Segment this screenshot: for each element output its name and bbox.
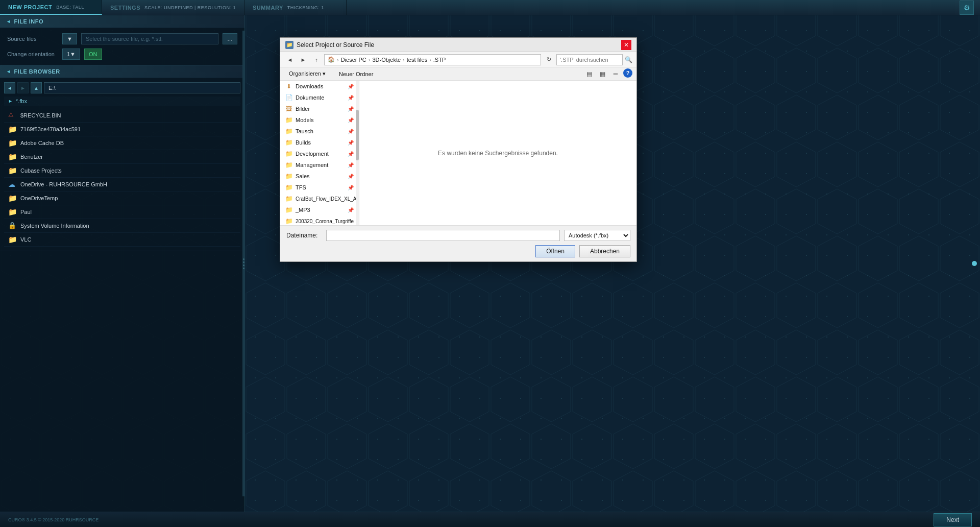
view-grid-btn[interactable]: ▦ [597, 68, 608, 80]
dialog-icon: 📁 [285, 41, 293, 49]
pin-icon: 📌 [348, 185, 354, 190]
dialog-filename-row: Dateiname: Autodesk (*.fbx) All Files (*… [286, 230, 630, 241]
sidebar-scrollthumb [356, 110, 359, 160]
path-sep-2: › [369, 57, 371, 63]
dialog-toolbar: ◄ ► ↑ 🏠 › Dieser PC › 3D-Objekte › test … [280, 52, 636, 67]
organize-label: Organisieren ▾ [289, 70, 326, 77]
builds-icon: 📁 [285, 139, 292, 146]
path-sep-3: › [403, 57, 405, 63]
dialog-subbar: Organisieren ▾ Neuer Ordner ▤ ▦ ═ ? [280, 67, 636, 81]
sidebar-item-sales[interactable]: 📁 Sales 📌 [280, 171, 359, 182]
models-icon: 📁 [285, 116, 292, 124]
bilder-icon: 🖼 [285, 105, 292, 112]
sidebar-item-tausch[interactable]: 📁 Tausch 📌 [280, 126, 359, 137]
dialog-refresh-btn[interactable]: ↻ [543, 54, 554, 65]
path-part-1[interactable]: Dieser PC [341, 57, 366, 63]
path-home-icon: 🏠 [328, 56, 335, 63]
management-icon: 📁 [285, 161, 292, 169]
sidebar-label-builds: Builds [296, 139, 311, 146]
view-list-btn[interactable]: ▤ [583, 68, 595, 80]
sidebar-scrollbar[interactable] [356, 81, 359, 225]
path-sep: › [337, 57, 339, 63]
dialog-titlebar: 📁 Select Project or Source File ✕ [280, 38, 636, 52]
dialog-forward-btn[interactable]: ► [298, 54, 309, 65]
pin-icon: 📌 [348, 207, 354, 213]
open-btn[interactable]: Öffnen [535, 245, 575, 257]
dialog-search-input[interactable] [556, 54, 623, 65]
sidebar-label-corona: 200320_Corona_Turgriffe [296, 219, 354, 224]
pin-icon: 📌 [348, 140, 354, 146]
cancel-btn[interactable]: Abbrechen [579, 245, 630, 257]
path-part-4[interactable]: .STP [433, 57, 446, 63]
sidebar-label-tfs: TFS [296, 184, 306, 190]
sidebar-item-tfs[interactable]: 📁 TFS 📌 [280, 182, 359, 193]
sidebar-item-bilder[interactable]: 🖼 Bilder 📌 [280, 103, 359, 114]
downloads-icon: ⬇ [285, 83, 292, 90]
mp3-icon: 📁 [285, 206, 292, 213]
sales-icon: 📁 [285, 173, 292, 180]
dialog-body: ⬇ Downloads 📌 📄 Dokumente 📌 🖼 Bilder 📌 📁 [280, 81, 636, 225]
sidebar-item-corona[interactable]: 📁 200320_Corona_Turgriffe 📌 [280, 215, 359, 225]
pin-icon: 📌 [348, 129, 354, 134]
sidebar-item-development[interactable]: 📁 Development 📌 [280, 148, 359, 159]
sidebar-label-management: Management [296, 162, 328, 168]
view-detail-btn[interactable]: ═ [610, 68, 621, 80]
sidebar-label-crafbot: CrafBot_Flow_IDEX_XL_AME [296, 196, 359, 202]
new-folder-btn[interactable]: Neuer Ordner [334, 69, 378, 79]
pin-icon: 📌 [348, 174, 354, 179]
filename-label: Dateiname: [286, 232, 322, 239]
tfs-icon: 📁 [285, 184, 292, 191]
sidebar-label-dokumente: Dokumente [296, 94, 324, 101]
dialog-subbar-right: ▤ ▦ ═ ? [583, 68, 632, 80]
sidebar-label-development: Development [296, 151, 329, 157]
sidebar-item-builds[interactable]: 📁 Builds 📌 [280, 137, 359, 148]
crafbot-icon: 📁 [285, 195, 292, 202]
sidebar-label-tausch: Tausch [296, 128, 313, 134]
sidebar-label-mp3: _MP3 [296, 207, 310, 213]
sidebar-item-models[interactable]: 📁 Models 📌 [280, 114, 359, 126]
development-icon: 📁 [285, 150, 292, 157]
dialog-close-btn[interactable]: ✕ [621, 40, 631, 50]
sidebar-item-management[interactable]: 📁 Management 📌 [280, 159, 359, 171]
sidebar-item-dokumente[interactable]: 📄 Dokumente 📌 [280, 92, 359, 103]
pin-icon: 📌 [348, 162, 354, 168]
sidebar-item-downloads[interactable]: ⬇ Downloads 📌 [280, 81, 359, 92]
sidebar-item-crafbot[interactable]: 📁 CrafBot_Flow_IDEX_XL_AME 📌 [280, 193, 359, 204]
dialog-back-btn[interactable]: ◄ [284, 54, 296, 65]
pin-icon: 📌 [348, 95, 354, 101]
path-part-3[interactable]: test files [407, 57, 427, 63]
sidebar-label-downloads: Downloads [296, 83, 323, 89]
dokumente-icon: 📄 [285, 94, 292, 101]
dialog-title-text: Select Project or Source File [297, 41, 618, 49]
pin-icon: 📌 [348, 117, 354, 123]
sidebar-label-models: Models [296, 117, 313, 123]
file-dialog: 📁 Select Project or Source File ✕ ◄ ► ↑ … [280, 37, 637, 262]
organize-btn[interactable]: Organisieren ▾ [284, 69, 330, 79]
dialog-overlay: 📁 Select Project or Source File ✕ ◄ ► ↑ … [0, 0, 980, 527]
help-btn[interactable]: ? [623, 68, 632, 78]
pin-icon: 📌 [348, 106, 354, 112]
tausch-icon: 📁 [285, 128, 292, 135]
dialog-content: Es wurden keine Suchergebnisse gefunden. [359, 81, 636, 225]
no-results-text: Es wurden keine Suchergebnisse gefunden. [438, 150, 558, 157]
corona-icon: 📁 [285, 218, 292, 225]
filename-input[interactable] [326, 230, 560, 241]
sidebar-item-mp3[interactable]: 📁 _MP3 📌 [280, 204, 359, 215]
new-folder-label: Neuer Ordner [339, 71, 373, 77]
dialog-up-btn[interactable]: ↑ [311, 54, 322, 65]
pin-icon: 📌 [348, 151, 354, 157]
dialog-sidebar: ⬇ Downloads 📌 📄 Dokumente 📌 🖼 Bilder 📌 📁 [280, 81, 359, 225]
dialog-path-bar: 🏠 › Dieser PC › 3D-Objekte › test files … [324, 54, 541, 65]
sidebar-label-sales: Sales [296, 173, 310, 179]
pin-icon: 📌 [348, 84, 354, 89]
filetype-select[interactable]: Autodesk (*.fbx) All Files (*.*) [564, 230, 630, 241]
path-part-2[interactable]: 3D-Objekte [372, 57, 401, 63]
search-icon: 🔍 [625, 56, 632, 63]
dialog-bottombar: Dateiname: Autodesk (*.fbx) All Files (*… [280, 225, 636, 261]
path-sep-4: › [429, 57, 431, 63]
dialog-action-row: Öffnen Abbrechen [286, 245, 630, 257]
sidebar-label-bilder: Bilder [296, 106, 310, 112]
